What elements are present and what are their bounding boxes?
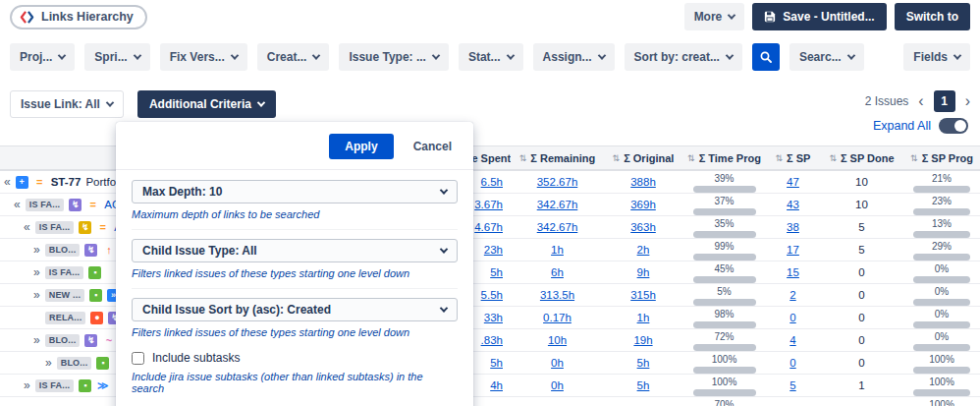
expand-all-link[interactable]: Expand All: [873, 119, 931, 133]
sum-original-value[interactable]: 19h: [633, 334, 652, 346]
sum-sp-value[interactable]: 38: [787, 221, 799, 233]
sum-original[interactable]: 5h: [604, 379, 682, 391]
expand-toggle[interactable]: »: [45, 356, 52, 370]
filter-chip[interactable]: Stat...: [459, 43, 523, 71]
sum-time-spent-value[interactable]: 3.67h: [474, 199, 503, 210]
sum-time-spent-value[interactable]: 5h: [490, 266, 503, 278]
search-filter-chip[interactable]: Searc...: [789, 43, 864, 71]
column-header[interactable]: ⇅Σ Original: [604, 152, 682, 164]
column-header[interactable]: ⇅Σ Time Prog: [682, 152, 766, 164]
fields-button[interactable]: Fields: [903, 43, 970, 71]
sum-remaining-value[interactable]: 352.67h: [537, 176, 578, 188]
sum-sp-value[interactable]: 17: [787, 244, 799, 256]
sum-sp[interactable]: 15: [766, 266, 820, 278]
sum-original-value[interactable]: 9h: [637, 266, 650, 278]
criteria-checkbox[interactable]: Include subtasks: [132, 350, 458, 366]
sum-remaining-value[interactable]: 0h: [551, 379, 564, 391]
sum-original-value[interactable]: 5h: [637, 379, 650, 391]
column-header[interactable]: ⇅Σ Remaining: [511, 152, 604, 164]
expand-all-toggle[interactable]: [939, 118, 968, 134]
apply-button[interactable]: Apply: [329, 134, 393, 159]
sum-remaining[interactable]: 352.67h: [511, 176, 604, 188]
sum-remaining[interactable]: 0h: [511, 357, 604, 369]
sum-sp-value[interactable]: 15: [787, 266, 799, 278]
next-page-button[interactable]: ›: [965, 93, 970, 109]
criteria-select[interactable]: Child Issue Sort by (asc): Created: [132, 298, 458, 321]
sum-remaining-value[interactable]: 342.67h: [537, 199, 578, 210]
prev-page-button[interactable]: ‹: [918, 93, 923, 109]
sum-sp-value[interactable]: 0: [789, 312, 795, 323]
sum-remaining-value[interactable]: 6h: [551, 266, 564, 278]
sum-original[interactable]: 19h: [604, 334, 682, 346]
cancel-button[interactable]: Cancel: [408, 139, 458, 154]
sum-remaining[interactable]: 10h: [511, 334, 604, 346]
sum-original[interactable]: 388h: [604, 176, 682, 188]
sum-time-spent-value[interactable]: 4.67h: [474, 221, 503, 233]
sum-sp[interactable]: 47: [766, 176, 820, 188]
criteria-select[interactable]: Max Depth: 10: [132, 180, 458, 203]
sum-original[interactable]: 5h: [604, 357, 682, 369]
criteria-checkbox-input[interactable]: [132, 352, 144, 365]
switch-to-button[interactable]: Switch to: [895, 3, 970, 30]
sum-sp[interactable]: 4: [766, 334, 820, 346]
sum-original-value[interactable]: 5h: [637, 357, 650, 369]
filter-chip[interactable]: Sort by: creat...: [625, 43, 742, 71]
filter-chip[interactable]: Creat...: [257, 43, 330, 71]
sum-time-spent-value[interactable]: 6.5h: [481, 176, 503, 188]
app-badge[interactable]: Links Hierarchy: [10, 5, 147, 29]
sum-original[interactable]: 9h: [604, 266, 682, 278]
sum-remaining[interactable]: 0.17h: [511, 312, 604, 323]
sum-original[interactable]: 2h: [604, 244, 682, 256]
sum-remaining[interactable]: 342.67h: [511, 199, 604, 210]
sum-remaining-value[interactable]: 342.67h: [537, 221, 578, 233]
sum-sp-value[interactable]: 0: [789, 357, 795, 369]
sum-sp[interactable]: 43: [766, 199, 820, 210]
additional-criteria-button[interactable]: Additional Criteria: [137, 90, 276, 118]
sum-time-spent-value[interactable]: 23h: [484, 244, 503, 256]
expand-toggle[interactable]: »: [33, 243, 40, 257]
sum-remaining-value[interactable]: 313.5h: [540, 289, 574, 301]
sum-sp-value[interactable]: 43: [787, 199, 799, 210]
column-header[interactable]: ⇅Σ SP Done: [820, 152, 903, 164]
sum-remaining-value[interactable]: 0h: [551, 357, 564, 369]
sum-original[interactable]: 315h: [604, 289, 682, 301]
sum-remaining-value[interactable]: 0.17h: [543, 312, 572, 323]
issue-link-filter[interactable]: Issue Link: All: [10, 90, 124, 118]
filter-chip[interactable]: Issue Type: ...: [339, 43, 448, 71]
current-page[interactable]: 1: [934, 90, 955, 112]
column-header[interactable]: ⇅Σ SP: [766, 152, 820, 164]
expand-toggle[interactable]: «: [4, 175, 11, 189]
sum-remaining-value[interactable]: 1h: [551, 244, 564, 256]
expand-toggle[interactable]: »: [33, 265, 40, 279]
sum-original[interactable]: 1h: [604, 312, 682, 323]
filter-chip[interactable]: Spri...: [84, 43, 149, 71]
filter-chip[interactable]: Proj...: [10, 43, 75, 71]
sum-remaining[interactable]: 6h: [511, 266, 604, 278]
sum-sp[interactable]: 2: [766, 289, 820, 301]
issue-key[interactable]: ST-77: [51, 176, 82, 188]
sum-sp[interactable]: 0: [766, 312, 820, 323]
sum-time-spent-value[interactable]: 4h: [490, 379, 503, 391]
filter-chip[interactable]: Fix Vers...: [160, 43, 247, 71]
sum-remaining[interactable]: 1h: [511, 244, 604, 256]
sum-time-spent-value[interactable]: 5.5h: [481, 289, 503, 301]
sum-sp[interactable]: 38: [766, 221, 820, 233]
sum-original-value[interactable]: 1h: [637, 312, 650, 323]
search-button[interactable]: [752, 43, 780, 71]
sum-remaining[interactable]: 0h: [511, 379, 604, 391]
sum-original-value[interactable]: 369h: [630, 199, 656, 210]
sum-remaining[interactable]: 313.5h: [511, 289, 604, 301]
sum-original-value[interactable]: 388h: [630, 176, 656, 188]
sum-sp-value[interactable]: 4: [789, 334, 795, 346]
filter-chip[interactable]: Assign...: [533, 43, 615, 71]
more-button[interactable]: More: [684, 3, 745, 30]
sum-original-value[interactable]: 363h: [630, 221, 656, 233]
sum-sp[interactable]: 5: [766, 379, 820, 391]
sum-time-spent-value[interactable]: .83h: [481, 334, 503, 346]
sum-original-value[interactable]: 2h: [637, 244, 650, 256]
expand-toggle[interactable]: »: [33, 288, 40, 302]
sum-original-value[interactable]: 315h: [630, 289, 656, 301]
sum-remaining[interactable]: 342.67h: [511, 221, 604, 233]
expand-toggle[interactable]: «: [14, 198, 21, 211]
sum-original[interactable]: 363h: [604, 221, 682, 233]
